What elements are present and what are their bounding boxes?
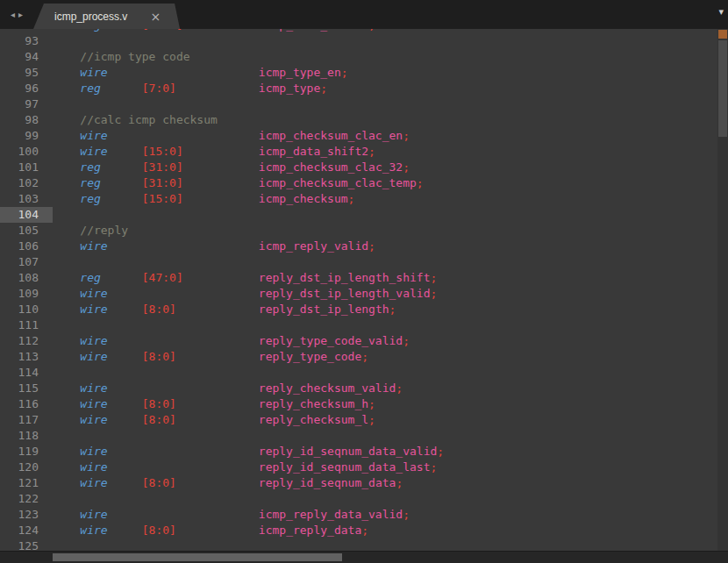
line-number[interactable]: 101 <box>0 160 53 175</box>
token-ident: icmp_checksum_clac_temp <box>259 176 417 189</box>
line-number[interactable]: 95 <box>0 65 53 81</box>
code-line[interactable] <box>53 207 717 223</box>
tab-scroll-left-icon[interactable]: ◂ <box>11 10 15 19</box>
code-line[interactable]: //calc icmp checksum <box>53 112 717 128</box>
line-number[interactable]: 123 <box>0 507 53 523</box>
code-row: 103 reg [15:0] icmp_checksum; <box>0 191 717 207</box>
code-line[interactable]: wire reply_id_seqnum_data_valid; <box>53 444 717 460</box>
token-ident: reply_dst_ip_length <box>259 303 389 316</box>
token-ident: reply_id_seqnum_data_valid <box>259 445 438 458</box>
code-line[interactable]: wire [8:0] reply_id_seqnum_data; <box>53 475 717 491</box>
code-line[interactable] <box>53 428 717 444</box>
line-number[interactable]: 99 <box>0 128 53 144</box>
tab-close-icon[interactable]: × <box>150 11 161 23</box>
code-line[interactable]: wire [8:0] reply_checksum_l; <box>53 412 717 428</box>
line-number[interactable]: 102 <box>0 175 53 191</box>
code-line[interactable]: wire reply_dst_ip_length_valid; <box>53 286 717 302</box>
line-number[interactable]: 116 <box>0 396 53 412</box>
line-number[interactable]: 119 <box>0 444 53 460</box>
token-semi: ; <box>348 192 355 205</box>
token-semi: ; <box>437 445 444 458</box>
code-row: 107 <box>0 254 717 270</box>
code-editor[interactable]: 92 reg [15:0] icmp_data_shift1;9394 //ic… <box>0 29 717 551</box>
code-line[interactable] <box>53 96 717 112</box>
token-kw: wire <box>80 508 107 521</box>
line-number[interactable]: 106 <box>0 239 53 254</box>
vertical-scrollbar[interactable] <box>717 29 728 551</box>
code-line[interactable] <box>53 365 717 381</box>
line-number[interactable]: 104 <box>0 207 53 223</box>
code-line[interactable] <box>53 538 717 551</box>
code-line[interactable]: wire [8:0] reply_type_code; <box>53 349 717 365</box>
code-line[interactable]: //reply <box>53 223 717 239</box>
line-number[interactable]: 109 <box>0 286 53 302</box>
line-number[interactable]: 115 <box>0 381 53 396</box>
line-number[interactable]: 100 <box>0 144 53 160</box>
line-number[interactable]: 122 <box>0 491 53 507</box>
line-number[interactable]: 105 <box>0 223 53 239</box>
code-row: 119 wire reply_id_seqnum_data_valid; <box>0 444 717 460</box>
code-line[interactable]: reg [47:0] reply_dst_ip_length_shift; <box>53 270 717 286</box>
token-ident: icmp_checksum_clac_en <box>259 129 403 142</box>
line-number[interactable]: 121 <box>0 475 53 491</box>
code-line[interactable]: wire [15:0] icmp_data_shift2; <box>53 144 717 160</box>
code-row: 111 <box>0 317 717 333</box>
code-line[interactable] <box>53 317 717 333</box>
code-row: 121 wire [8:0] reply_id_seqnum_data; <box>0 475 717 491</box>
code-line[interactable]: wire [8:0] icmp_reply_data; <box>53 523 717 538</box>
token-kw: wire <box>80 303 107 316</box>
token-semi: ; <box>320 82 327 95</box>
token-range: [15:0] <box>142 145 183 158</box>
code-line[interactable]: reg [15:0] icmp_checksum; <box>53 191 717 207</box>
line-number[interactable]: 108 <box>0 270 53 286</box>
line-number[interactable]: 98 <box>0 112 53 128</box>
tab-scroll-right-icon[interactable]: ▸ <box>18 10 23 19</box>
code-line[interactable]: wire icmp_reply_valid; <box>53 239 717 254</box>
code-line[interactable]: wire icmp_type_en; <box>53 65 717 81</box>
code-line[interactable]: wire icmp_reply_data_valid; <box>53 507 717 523</box>
line-number[interactable]: 113 <box>0 349 53 365</box>
tab-overflow-menu-icon[interactable]: ▾ <box>718 6 724 18</box>
token-semi: ; <box>396 381 403 395</box>
code-row: 100 wire [15:0] icmp_data_shift2; <box>0 144 717 160</box>
line-number[interactable]: 117 <box>0 412 53 428</box>
token-kw: reg <box>80 160 100 174</box>
code-line[interactable]: wire icmp_checksum_clac_en; <box>53 128 717 144</box>
code-line[interactable]: wire reply_id_seqnum_data_last; <box>53 460 717 475</box>
line-number[interactable]: 103 <box>0 191 53 207</box>
code-line[interactable]: wire [8:0] reply_checksum_h; <box>53 396 717 412</box>
code-line[interactable]: wire [8:0] reply_dst_ip_length; <box>53 302 717 317</box>
horizontal-scrollbar[interactable] <box>0 551 728 563</box>
line-number[interactable]: 114 <box>0 365 53 381</box>
line-number[interactable]: 94 <box>0 49 53 65</box>
code-line[interactable]: reg [31:0] icmp_checksum_clac_temp; <box>53 175 717 191</box>
token-semi: ; <box>396 476 403 489</box>
code-line[interactable]: //icmp type code <box>53 49 717 65</box>
code-line[interactable]: reg [7:0] icmp_type; <box>53 81 717 96</box>
code-line[interactable] <box>53 254 717 270</box>
line-number[interactable]: 110 <box>0 302 53 317</box>
token-ident: reply_type_code_valid <box>259 334 403 347</box>
line-number[interactable]: 96 <box>0 81 53 96</box>
line-number[interactable]: 111 <box>0 317 53 333</box>
line-number[interactable]: 120 <box>0 460 53 475</box>
code-line[interactable] <box>53 491 717 507</box>
code-line[interactable]: wire reply_checksum_valid; <box>53 381 717 396</box>
token-ident: icmp_reply_valid <box>259 239 368 253</box>
vertical-scrollbar-thumb[interactable] <box>718 40 727 137</box>
line-number[interactable]: 97 <box>0 96 53 112</box>
code-line[interactable]: reg [31:0] icmp_checksum_clac_32; <box>53 160 717 175</box>
token-range: [31:0] <box>142 160 183 174</box>
line-number[interactable]: 118 <box>0 428 53 444</box>
code-line[interactable]: wire reply_type_code_valid; <box>53 333 717 349</box>
line-number[interactable]: 124 <box>0 523 53 538</box>
line-number[interactable]: 125 <box>0 538 53 551</box>
tab-icmp-process[interactable]: icmp_process.v × <box>33 4 180 29</box>
token-ident: reply_type_code <box>259 350 361 363</box>
horizontal-scrollbar-thumb[interactable] <box>53 553 342 561</box>
line-number[interactable]: 112 <box>0 333 53 349</box>
line-number[interactable]: 107 <box>0 254 53 270</box>
code-line[interactable] <box>53 33 717 49</box>
token-ident: icmp_reply_data <box>259 524 361 537</box>
line-number[interactable]: 93 <box>0 33 53 49</box>
